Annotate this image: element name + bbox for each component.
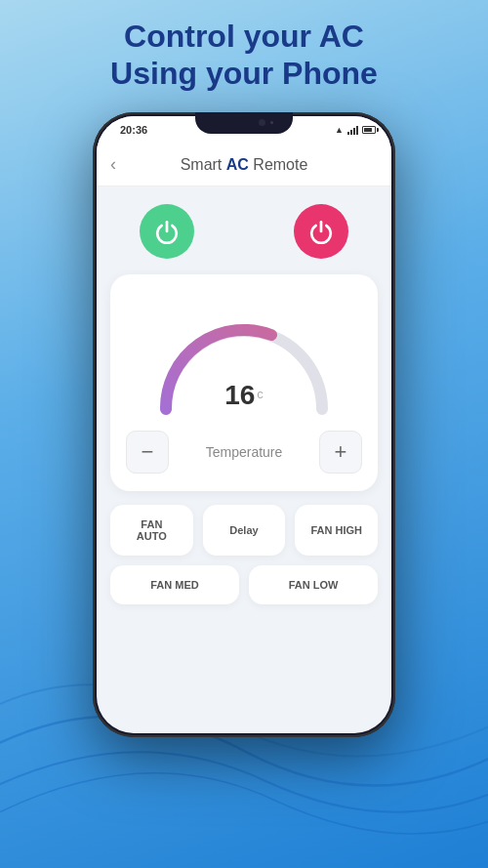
temperature-value: 16 [224,380,255,410]
delay-button[interactable]: Delay [203,505,286,556]
wifi-icon: ▲ [335,125,344,135]
temperature-display: 16c [224,380,264,411]
decrease-icon: − [142,441,154,463]
app-title-part2: Remote [249,156,307,173]
temperature-label: Temperature [206,444,283,460]
hero-header: Control your AC Using your Phone [0,18,488,93]
phone-notch [195,112,293,134]
temperature-decrease-button[interactable]: − [126,431,169,474]
phone-screen: 20:36 ▲ ‹ Smart AC Remote [97,116,391,733]
power-on-icon [154,219,180,244]
app-content: 16c − Temperature + FAN AUTO Delay [97,186,391,618]
fan-low-button[interactable]: FAN LOW [249,565,378,604]
mode-buttons-row2: FAN MED FAN LOW [110,565,378,604]
fan-med-button[interactable]: FAN MED [110,565,239,604]
power-on-button[interactable] [140,204,194,259]
battery-icon [362,126,376,134]
phone-frame: 20:36 ▲ ‹ Smart AC Remote [93,112,395,737]
status-time: 20:36 [120,124,147,136]
power-off-icon [308,219,334,244]
temperature-card: 16c − Temperature + [110,274,378,491]
app-header: ‹ Smart AC Remote [97,144,391,186]
fan-auto-button[interactable]: FAN AUTO [110,505,193,556]
temperature-controls: − Temperature + [126,431,362,474]
temperature-unit: c [257,387,264,401]
temperature-gauge: 16c [126,294,362,421]
hero-line2: Using your Phone [0,55,488,92]
status-icons: ▲ [335,125,376,135]
signal-icon [347,126,358,135]
fan-high-button[interactable]: FAN HIGH [295,505,378,556]
hero-line1: Control your AC [0,18,488,55]
power-buttons-row [110,204,378,259]
increase-icon: + [335,441,347,463]
app-title-part1: Smart [181,156,226,173]
back-button[interactable]: ‹ [110,154,116,175]
mode-buttons-row1: FAN AUTO Delay FAN HIGH [110,505,378,556]
app-title-accent: AC [226,156,249,173]
temperature-increase-button[interactable]: + [319,431,362,474]
power-off-button[interactable] [294,204,348,259]
app-title: Smart AC Remote [181,156,308,174]
